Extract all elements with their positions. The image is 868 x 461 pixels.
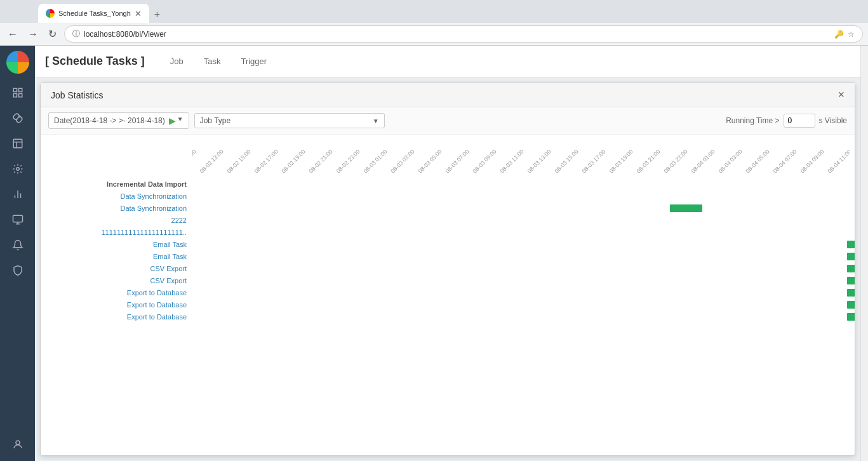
gantt-bar (847, 253, 855, 260)
tab-favicon (46, 9, 55, 18)
svg-rect-11 (13, 215, 22, 222)
gantt-row-timeline (192, 275, 855, 286)
date-filter-icons: ▶ ▼ (169, 116, 184, 126)
gantt-row-label: 2222 (46, 217, 192, 224)
running-time-unit: s Visible (819, 116, 847, 125)
gantt-row: CSV Export (46, 263, 850, 274)
sidebar-item-monitor[interactable] (5, 208, 30, 231)
sidebar-item-user[interactable] (5, 433, 30, 456)
dialog-close-button[interactable]: × (838, 88, 845, 102)
sidebar (0, 46, 35, 461)
gantt-row-label: Export to Database (46, 313, 192, 321)
star-icon: ☆ (848, 30, 855, 39)
url-icons: 🔑 ☆ (834, 30, 855, 39)
gantt-container[interactable]: 08-02 11:0008-02 13:0008-02 15:0008-02 1… (41, 135, 855, 455)
date-filter-label: Date(2018-4-18 -> >- 2018-4-18) (54, 116, 165, 125)
gantt-row-timeline (192, 251, 855, 262)
back-button[interactable]: ← (5, 26, 20, 43)
job-type-dropdown-icon[interactable]: ▼ (373, 117, 379, 124)
gantt-row-label: Incremental Data Import (46, 180, 192, 188)
gantt-row-label: Data Synchronization (46, 204, 192, 212)
gantt-row: CSV Export (46, 275, 850, 286)
svg-rect-2 (13, 94, 17, 97)
gantt-bar (847, 313, 855, 321)
gantt-row-timeline (192, 215, 855, 226)
svg-rect-3 (18, 94, 22, 97)
tab-job[interactable]: Job (170, 54, 184, 69)
running-time-input[interactable]: 0 (784, 114, 815, 128)
main-content: [ Schedule Tasks ] Job Task Trigger Job … (35, 46, 860, 461)
top-nav: [ Schedule Tasks ] Job Task Trigger (35, 46, 860, 77)
browser-window: Schedule Tasks_Yongh ✕ + ← → ↻ ⓘ localho… (0, 0, 868, 461)
gantt-bar (847, 265, 855, 272)
svg-rect-1 (18, 88, 22, 91)
gantt-row: 111111111111111111111.. (46, 227, 850, 238)
gantt-row-timeline (192, 178, 855, 190)
gantt-row-label: CSV Export (46, 277, 192, 284)
job-type-filter-box[interactable]: Job Type ▼ (194, 113, 385, 128)
play-icon[interactable]: ▶ (169, 116, 176, 126)
tab-bar: Schedule Tasks_Yongh ✕ + (0, 0, 868, 23)
time-axis-header: 08-02 11:0008-02 13:0008-02 15:0008-02 1… (192, 140, 850, 178)
gantt-row-timeline (192, 299, 855, 311)
sidebar-item-shield[interactable] (5, 259, 30, 282)
gantt-row: Export to Database (46, 311, 850, 323)
gantt-row: Export to Database (46, 299, 850, 311)
refresh-button[interactable]: ↻ (46, 25, 59, 43)
browser-tab[interactable]: Schedule Tasks_Yongh ✕ (38, 4, 149, 23)
url-bar[interactable]: ⓘ localhost:8080/bi/Viewer 🔑 ☆ (64, 25, 863, 43)
running-time-label: Running Time > (726, 116, 779, 125)
gantt-row-label: Data Synchronization (46, 192, 192, 200)
gantt-row-timeline (192, 311, 855, 323)
gantt-row-label: 111111111111111111111.. (46, 229, 192, 236)
gantt-row-timeline (192, 287, 855, 298)
gantt-row: Email Task (46, 239, 850, 250)
tab-title: Schedule Tasks_Yongh (58, 10, 131, 17)
gantt-bar (847, 289, 855, 297)
dialog-title: Job Statistics (51, 90, 103, 100)
sidebar-item-chart[interactable] (5, 183, 30, 206)
running-time-section: Running Time > 0 s Visible (726, 114, 847, 128)
sidebar-item-link[interactable] (5, 107, 30, 130)
dialog-toolbar: Date(2018-4-18 -> >- 2018-4-18) ▶ ▼ Job … (41, 107, 855, 135)
gantt-row: Export to Database (46, 287, 850, 298)
gantt-row-timeline (192, 239, 855, 250)
dialog-overlay: Job Statistics × Date(2018-4-18 -> >- 20… (35, 77, 860, 461)
date-filter-box[interactable]: Date(2018-4-18 -> >- 2018-4-18) ▶ ▼ (48, 112, 189, 129)
sidebar-item-bell[interactable] (5, 234, 30, 257)
gantt-bar (847, 277, 855, 284)
sidebar-item-home[interactable] (5, 81, 30, 104)
gantt-rows: Incremental Data ImportData Synchronizat… (46, 178, 850, 323)
tab-trigger[interactable]: Trigger (241, 54, 267, 69)
job-statistics-dialog: Job Statistics × Date(2018-4-18 -> >- 20… (40, 83, 855, 456)
svg-rect-4 (13, 139, 22, 148)
gantt-row: Incremental Data Import (46, 178, 850, 190)
scrollbar[interactable] (860, 46, 868, 461)
gantt-row: Email Task (46, 251, 850, 262)
gantt-row: Data Synchronization (46, 203, 850, 214)
gantt-row: Data Synchronization (46, 190, 850, 202)
gantt-bar (847, 241, 855, 248)
gantt-bar (670, 204, 703, 212)
gantt-row-timeline (192, 203, 855, 214)
gantt-bar (847, 301, 855, 309)
gantt-row-label: Email Task (46, 253, 192, 260)
gantt-row: 2222 (46, 215, 850, 226)
gantt-row-label: Export to Database (46, 289, 192, 297)
date-dropdown-icon[interactable]: ▼ (177, 116, 184, 126)
svg-point-7 (16, 168, 19, 171)
sidebar-item-analytics[interactable] (5, 157, 30, 180)
gantt-row-timeline (192, 263, 855, 274)
forward-button[interactable]: → (25, 26, 41, 43)
sidebar-item-table[interactable] (5, 132, 30, 155)
tab-task[interactable]: Task (204, 54, 221, 69)
tab-close-button[interactable]: ✕ (135, 9, 142, 18)
job-type-label: Job Type (200, 116, 369, 125)
gantt-row-timeline (192, 190, 855, 202)
app-title: [ Schedule Tasks ] (45, 55, 145, 68)
app-logo (6, 51, 29, 74)
gantt-row-label: Export to Database (46, 301, 192, 309)
gantt-chart: 08-02 11:0008-02 13:0008-02 15:0008-02 1… (46, 140, 850, 323)
app-container: [ Schedule Tasks ] Job Task Trigger Job … (0, 46, 868, 461)
new-tab-button[interactable]: + (149, 6, 165, 23)
